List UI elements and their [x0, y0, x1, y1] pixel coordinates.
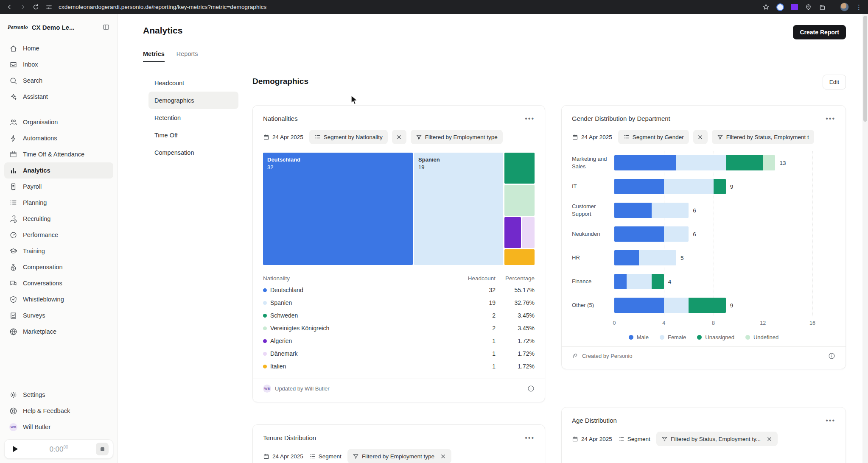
stacked-bar[interactable] — [614, 298, 726, 313]
timer-stop-button[interactable] — [96, 443, 109, 455]
bar-segment-female[interactable] — [664, 226, 689, 242]
vertical-scrollbar[interactable] — [862, 14, 868, 463]
sidebar-item-marketplace[interactable]: Marketplace — [4, 324, 113, 340]
bar-segment-male[interactable] — [614, 155, 676, 170]
segment-chip[interactable]: Segment by Gender — [618, 130, 689, 144]
metrics-nav-retention[interactable]: Retention — [148, 109, 238, 126]
sidebar-item-assistant[interactable]: Assistant — [4, 89, 113, 105]
sidebar-item-compensation[interactable]: Compensation — [4, 259, 113, 275]
legend-item-undefined[interactable]: Undefined — [745, 334, 778, 340]
extension-icon[interactable] — [776, 3, 784, 11]
bar-segment-male[interactable] — [614, 226, 664, 242]
bar-segment-unassigned[interactable] — [689, 298, 726, 313]
legend-item-male[interactable]: Male — [629, 334, 649, 340]
browser-menu-icon[interactable]: ⋮ — [856, 4, 862, 10]
segment-chip[interactable]: Segment by Nationality — [309, 130, 388, 144]
address-bar[interactable]: cxdemoleonardogerardi.personio.de/report… — [59, 4, 266, 10]
treemap-tile-algerien[interactable] — [504, 217, 521, 248]
sidebar-item-surveys[interactable]: Surveys — [4, 307, 113, 324]
card-menu-icon[interactable]: ••• — [525, 435, 535, 441]
bar-segment-undefined[interactable] — [763, 155, 775, 170]
metrics-nav-compensation[interactable]: Compensation — [148, 144, 238, 161]
sidebar-item-recruiting[interactable]: Recruiting — [4, 211, 113, 227]
remove-segment-button[interactable] — [392, 130, 406, 144]
info-icon[interactable] — [527, 385, 535, 392]
bar-segment-unassigned[interactable] — [726, 155, 763, 170]
bar-segment-female[interactable] — [676, 155, 726, 170]
filter-chip[interactable]: Filtered by Employment type — [411, 130, 503, 144]
sidebar-item-payroll[interactable]: Payroll — [4, 179, 113, 195]
card-menu-icon[interactable]: ••• — [525, 115, 535, 122]
date-filter[interactable]: 24 Apr 2025 — [263, 134, 303, 140]
treemap-tile-italien[interactable] — [504, 249, 535, 265]
tab-metrics[interactable]: Metrics — [143, 50, 165, 62]
bar-segment-unassigned[interactable] — [714, 179, 726, 194]
bar-segment-female[interactable] — [652, 203, 689, 218]
sidebar-item-automations[interactable]: Automations — [4, 130, 113, 146]
sidebar-item-settings[interactable]: Settings — [4, 387, 113, 403]
stacked-bar[interactable] — [614, 155, 775, 170]
close-icon[interactable] — [440, 453, 446, 460]
segment-item[interactable]: Segment — [618, 436, 650, 442]
sidebar-item-search[interactable]: Search — [4, 73, 113, 89]
bar-segment-unassigned[interactable] — [652, 274, 664, 289]
sidebar-item-planning[interactable]: Planning — [4, 195, 113, 211]
bookmark-star-icon[interactable] — [762, 3, 770, 11]
site-settings-icon[interactable] — [45, 3, 53, 11]
back-icon[interactable] — [6, 3, 13, 11]
sidebar-item-whistleblowing[interactable]: Whistleblowing — [4, 291, 113, 307]
reload-icon[interactable] — [32, 3, 39, 11]
sidebar-item-home[interactable]: Home — [4, 40, 113, 56]
bar-segment-male[interactable] — [614, 250, 639, 265]
extension-purple-icon[interactable] — [791, 4, 798, 10]
date-filter[interactable]: 24 Apr 2025 — [572, 436, 612, 442]
treemap-tile-schweden[interactable] — [504, 153, 535, 184]
bar-segment-female[interactable] — [664, 298, 689, 313]
sidebar-item-analytics[interactable]: Analytics — [4, 162, 113, 179]
sidebar-item-will-butler[interactable]: WBWill Butler — [4, 419, 113, 435]
create-report-button[interactable]: Create Report — [793, 25, 846, 39]
close-icon[interactable] — [766, 436, 773, 442]
date-filter[interactable]: 24 Apr 2025 — [263, 453, 303, 460]
segment-item[interactable]: Segment — [309, 453, 342, 460]
sidebar-item-inbox[interactable]: Inbox — [4, 56, 113, 73]
metrics-nav-headcount[interactable]: Headcount — [148, 74, 238, 92]
stacked-bar[interactable] — [614, 203, 689, 218]
treemap-tile-d-nemark[interactable] — [522, 217, 535, 248]
metrics-nav-time-off[interactable]: Time Off — [148, 126, 238, 144]
filter-chip[interactable]: Filtered by Employment type — [347, 449, 451, 463]
extensions-puzzle-icon[interactable] — [819, 3, 826, 11]
filter-chip[interactable]: Filtered by Status, Employment ty... — [656, 432, 778, 446]
edit-button[interactable]: Edit — [823, 75, 846, 89]
collapse-sidebar-icon[interactable] — [102, 23, 110, 31]
card-menu-icon[interactable]: ••• — [826, 417, 835, 424]
bar-segment-male[interactable] — [614, 203, 652, 218]
bar-segment-female[interactable] — [627, 274, 651, 289]
stacked-bar[interactable] — [614, 250, 676, 265]
sidebar-item-time-off-attendance[interactable]: Time Off & Attendance — [4, 146, 113, 162]
tab-reports[interactable]: Reports — [176, 50, 198, 62]
treemap-tile-spanien[interactable]: Spanien19 — [414, 153, 503, 265]
scrollbar-thumb[interactable] — [863, 16, 867, 122]
stacked-bar[interactable] — [614, 226, 689, 242]
bar-segment-female[interactable] — [639, 250, 676, 265]
timer-play-button[interactable] — [9, 443, 22, 455]
treemap-tile-deutschland[interactable]: Deutschland32 — [263, 153, 413, 265]
sidebar-item-help-feedback[interactable]: Help & Feedback — [4, 403, 113, 419]
metrics-nav-demographics[interactable]: Demographics — [148, 92, 238, 109]
bar-segment-female[interactable] — [664, 179, 714, 194]
sidebar-item-training[interactable]: Training — [4, 243, 113, 259]
forward-icon[interactable] — [19, 3, 26, 11]
workspace-switcher[interactable]: Personio CX Demo Le... — [4, 20, 113, 40]
stacked-bar[interactable] — [614, 274, 664, 289]
card-menu-icon[interactable]: ••• — [826, 115, 835, 122]
stacked-bar[interactable] — [614, 179, 726, 194]
remove-segment-button[interactable] — [693, 130, 708, 144]
filter-chip[interactable]: Filtered by Status, Employment t — [712, 130, 814, 144]
bar-segment-male[interactable] — [614, 274, 627, 289]
date-filter[interactable]: 24 Apr 2025 — [572, 134, 612, 140]
sidebar-item-performance[interactable]: Performance — [4, 227, 113, 243]
browser-profile-avatar[interactable] — [840, 3, 849, 11]
sidebar-item-organisation[interactable]: Organisation — [4, 114, 113, 130]
legend-item-unassigned[interactable]: Unassigned — [697, 334, 734, 340]
